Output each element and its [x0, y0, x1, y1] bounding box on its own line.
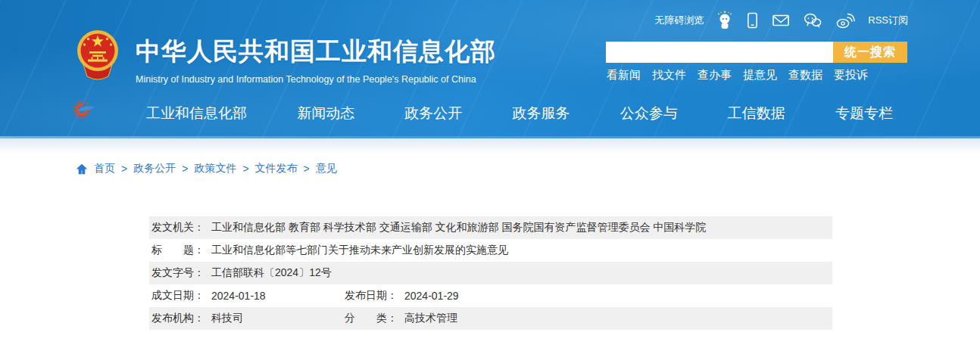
meta-row-document-number: 发文字号： 工信部联科〔2024〕12号: [149, 262, 832, 284]
quick-link-complaints[interactable]: 要投诉: [834, 68, 868, 82]
meta-cell-written-date: 成文日期： 2024-01-18: [151, 289, 345, 303]
topbar: 无障碍浏览: [654, 10, 908, 31]
meta-cell-publisher: 发布机构： 科技司: [151, 312, 345, 325]
meta-label: 成文日期：: [151, 289, 204, 303]
breadcrumb: 首页 > 政务公开 > 政策文件 > 文件发布 > 意见: [76, 162, 980, 176]
quick-link-services[interactable]: 查办事: [698, 68, 732, 82]
site-title: 中华人民共和国工业和信息化部: [136, 35, 496, 69]
site-subtitle: Ministry of Industry and Information Tec…: [136, 74, 496, 85]
quick-link-data[interactable]: 查数据: [788, 68, 822, 82]
meta-label: 分 类：: [345, 312, 398, 325]
breadcrumb-document-release[interactable]: 文件发布: [255, 162, 298, 176]
meta-row-dates: 成文日期： 2024-01-18 发布日期： 2024-01-29: [149, 284, 832, 307]
wechat-icon[interactable]: [803, 12, 822, 29]
accessibility-link[interactable]: 无障碍浏览: [654, 14, 704, 27]
meta-label: 发布机构：: [151, 312, 204, 325]
national-emblem-icon: [76, 29, 120, 82]
breadcrumb-separator: >: [242, 163, 248, 175]
nav-item-gov-services[interactable]: 政务服务: [512, 104, 570, 123]
meta-row-publisher-category: 发布机构： 科技司 分 类： 高技术管理: [149, 307, 832, 330]
meta-value: 科技司: [211, 312, 243, 325]
nav-item-gov-disclosure[interactable]: 政务公开: [404, 104, 462, 123]
breadcrumb-separator: >: [182, 163, 188, 175]
breadcrumb-policy-documents[interactable]: 政策文件: [194, 162, 236, 176]
meta-value: 2024-01-29: [404, 290, 459, 302]
rss-link[interactable]: RSS订阅: [868, 14, 908, 27]
breadcrumb-opinions[interactable]: 意见: [316, 162, 337, 176]
weibo-icon[interactable]: [835, 12, 855, 30]
meta-value: 工信部联科〔2024〕12号: [211, 266, 332, 280]
doc-meta-table: 发文机关： 工业和信息化部 教育部 科学技术部 交通运输部 文化和旅游部 国务院…: [149, 216, 832, 330]
site-logo[interactable]: 中华人民共和国工业和信息化部 Ministry of Industry and …: [76, 29, 496, 85]
meta-label: 标 题：: [151, 244, 204, 257]
quick-links: 看新闻 找文件 查办事 提意见 查数据 要投诉: [607, 68, 868, 82]
meta-cell-publish-date: 发布日期： 2024-01-29: [345, 289, 459, 303]
main-nav: 工业和信息化部 新闻动态 政务公开 政务服务 公众参与 工信数据 专题专栏: [0, 95, 980, 132]
mascot-robot-icon[interactable]: [716, 11, 733, 30]
nav-item-miit-data[interactable]: 工信数据: [728, 104, 785, 123]
nav-item-miit[interactable]: 工业和信息化部: [146, 104, 247, 123]
site-header: 无障碍浏览: [0, 0, 980, 138]
nav-items: 工业和信息化部 新闻动态 政务公开 政务服务 公众参与 工信数据 专题专栏: [121, 95, 918, 132]
breadcrumb-home[interactable]: 首页: [94, 162, 115, 176]
meta-row-issuing-agency: 发文机关： 工业和信息化部 教育部 科学技术部 交通运输部 文化和旅游部 国务院…: [149, 216, 832, 239]
meta-label: 发文字号：: [151, 266, 204, 280]
mail-icon[interactable]: [772, 13, 790, 28]
meta-value: 工业和信息化部等七部门关于推动未来产业创新发展的实施意见: [211, 244, 508, 257]
breadcrumb-gov-disclosure[interactable]: 政务公开: [133, 162, 176, 176]
header-fade-strip: [0, 138, 980, 154]
nav-item-public-participation[interactable]: 公众参与: [620, 104, 678, 123]
search-input[interactable]: [606, 42, 833, 63]
meta-value: 工业和信息化部 教育部 科学技术部 交通运输部 文化和旅游部 国务院国有资产监督…: [211, 221, 706, 235]
unified-search-button[interactable]: 统一搜索: [833, 42, 907, 63]
home-icon[interactable]: [76, 163, 88, 175]
breadcrumb-separator: >: [121, 163, 127, 175]
breadcrumb-separator: >: [304, 163, 310, 175]
meta-row-title: 标 题： 工业和信息化部等七部门关于推动未来产业创新发展的实施意见: [149, 239, 832, 262]
meta-label: 发布日期：: [345, 289, 398, 303]
meta-label: 发文机关：: [151, 221, 204, 235]
search-bar: 统一搜索: [606, 42, 907, 63]
quick-link-news[interactable]: 看新闻: [607, 68, 641, 82]
nav-item-special-topics[interactable]: 专题专栏: [835, 104, 893, 123]
brand-text: 中华人民共和国工业和信息化部 Ministry of Industry and …: [136, 29, 496, 85]
mobile-icon[interactable]: [746, 11, 759, 30]
meta-value: 高技术管理: [404, 312, 457, 325]
quick-link-documents[interactable]: 找文件: [652, 68, 686, 82]
miit-gear-logo-icon[interactable]: [71, 98, 97, 122]
meta-value: 2024-01-18: [211, 290, 266, 302]
quick-link-suggestions[interactable]: 提意见: [743, 68, 777, 82]
nav-item-news[interactable]: 新闻动态: [297, 104, 354, 123]
meta-cell-category: 分 类： 高技术管理: [345, 312, 457, 325]
page: 无障碍浏览: [0, 0, 980, 351]
